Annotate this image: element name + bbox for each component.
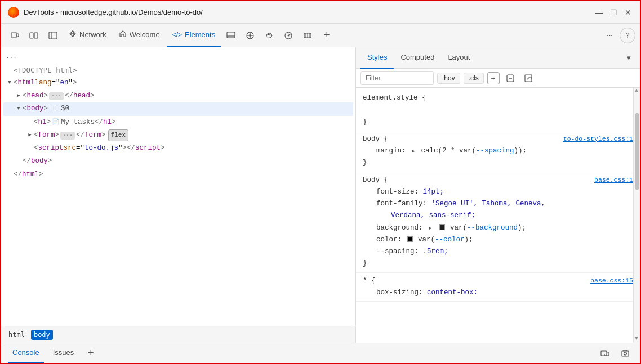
scroll-up-arrow[interactable]: ▲ xyxy=(633,88,640,95)
tab-network[interactable]: Network xyxy=(63,24,112,47)
css-selector-body2: body { xyxy=(363,176,388,184)
svg-rect-26 xyxy=(622,351,629,356)
doctype-text: <!DOCTYPE html> xyxy=(14,64,77,76)
head-expand[interactable] xyxy=(15,92,23,100)
filter-input[interactable] xyxy=(360,71,434,85)
tab-welcome-label: Welcome xyxy=(130,30,160,39)
svg-point-27 xyxy=(624,352,627,355)
tab-issues[interactable]: Issues xyxy=(48,343,79,363)
element-style-link[interactable] xyxy=(521,71,536,86)
sidebar-toggle-button[interactable] xyxy=(44,26,62,44)
form-dots[interactable]: ··· xyxy=(60,132,75,140)
inspect-panels-button[interactable] xyxy=(25,26,43,44)
dom-dots-menu: ··· xyxy=(3,52,353,64)
color-swatch[interactable] xyxy=(407,236,413,242)
hov-button[interactable]: :hov xyxy=(437,73,460,84)
flex-badge: flex xyxy=(108,129,128,141)
performance-button[interactable] xyxy=(279,26,297,44)
head-dots[interactable]: ··· xyxy=(49,92,64,100)
dom-line-script: <script src="to-do.js" ></script> xyxy=(3,142,353,155)
svg-point-17 xyxy=(288,34,290,36)
css-rule-body-base: body { base.css:1 font-size: 14pt; font-… xyxy=(356,172,640,273)
maximize-button[interactable]: ☐ xyxy=(608,7,618,17)
dom-line-body[interactable]: <body> == $0 xyxy=(3,102,353,115)
dom-overflow-menu[interactable]: ··· xyxy=(6,52,17,63)
elements-icon: </> xyxy=(172,31,182,39)
svg-rect-25 xyxy=(601,351,607,356)
cls-button[interactable]: .cls xyxy=(464,73,484,84)
styles-tabs: Styles Computed Layout ▾ xyxy=(356,47,640,69)
dom-line-html-close: </html> xyxy=(3,168,353,181)
edge-icon xyxy=(8,7,19,18)
tab-layout[interactable]: Layout xyxy=(441,47,477,69)
css-selector-star: * { xyxy=(363,277,376,285)
scroll-down-arrow[interactable]: ▼ xyxy=(633,336,640,343)
add-panel-button[interactable]: + xyxy=(318,26,336,44)
minimize-button[interactable]: — xyxy=(594,7,604,17)
css-source-base15[interactable]: base.css:15 xyxy=(590,275,633,286)
dom-line-body-close: </body> xyxy=(3,155,353,168)
background-swatch[interactable] xyxy=(439,224,445,230)
h1-icon: 📄 xyxy=(52,117,60,128)
svg-point-11 xyxy=(249,34,251,37)
scrollbar-thumb[interactable] xyxy=(635,113,639,190)
tab-network-label: Network xyxy=(79,30,106,39)
bottom-bar: Console Issues + xyxy=(1,343,640,363)
css-selector-body1: body { xyxy=(363,135,388,143)
more-tools-button[interactable]: ··· xyxy=(600,26,618,44)
devtools-window: DevTools - microsoftedge.github.io/Demos… xyxy=(0,0,641,364)
console-drawer-button[interactable] xyxy=(222,26,240,44)
add-style-rule-button[interactable]: + xyxy=(487,72,500,84)
dom-line-form: <form> ··· </form> flex xyxy=(3,129,353,142)
welcome-icon xyxy=(119,30,127,39)
window-controls: — ☐ ✕ xyxy=(594,7,633,17)
help-button[interactable]: ? xyxy=(620,28,635,43)
body-expand[interactable] xyxy=(15,105,23,113)
add-tab-button[interactable]: + xyxy=(83,345,99,361)
toggle-all-checkbox[interactable] xyxy=(503,71,518,86)
styles-dropdown[interactable]: ▾ xyxy=(622,51,635,65)
dom-line-html: <html lang="en" > xyxy=(3,77,353,89)
devtools-toolbar: Network Welcome </> Elements + xyxy=(1,24,640,47)
css-source-base1[interactable]: base.css:1 xyxy=(594,174,633,186)
svg-rect-0 xyxy=(11,33,17,37)
window-title: DevTools - microsoftedge.github.io/Demos… xyxy=(24,8,594,16)
html-expand[interactable] xyxy=(6,79,14,87)
background-triangle[interactable]: ▶ xyxy=(427,224,434,233)
scrollbar-track[interactable]: ▲ ▼ xyxy=(633,88,640,343)
breadcrumb-bar: html body xyxy=(1,326,355,343)
css-rules: element.style { } body { to-do-styles.cs… xyxy=(356,88,640,343)
screenshot-button[interactable] xyxy=(617,345,633,361)
network2-button[interactable] xyxy=(260,26,278,44)
breadcrumb-body[interactable]: body xyxy=(31,330,53,340)
undock-button[interactable] xyxy=(597,345,613,361)
tab-welcome[interactable]: Welcome xyxy=(113,24,166,47)
breadcrumb-html[interactable]: html xyxy=(6,330,28,340)
filter-bar: :hov .cls + xyxy=(356,69,640,88)
form-expand[interactable] xyxy=(26,132,34,140)
svg-rect-3 xyxy=(34,33,38,38)
title-bar: DevTools - microsoftedge.github.io/Demos… xyxy=(1,1,640,24)
css-source-todo[interactable]: to-do-styles.css:1 xyxy=(563,133,633,145)
tab-computed[interactable]: Computed xyxy=(394,47,441,69)
device-emulation-button[interactable] xyxy=(6,26,24,44)
memory-button[interactable] xyxy=(299,26,317,44)
svg-rect-4 xyxy=(49,32,57,39)
sources-button[interactable] xyxy=(241,26,259,44)
tab-elements[interactable]: </> Elements xyxy=(167,24,221,47)
close-button[interactable]: ✕ xyxy=(623,7,633,17)
svg-rect-2 xyxy=(30,33,33,38)
tab-console[interactable]: Console xyxy=(8,343,44,363)
dom-tree[interactable]: ··· <!DOCTYPE html> <html lang="en" > xyxy=(1,47,355,326)
svg-rect-1 xyxy=(17,34,19,37)
margin-triangle[interactable]: ▶ xyxy=(410,147,417,156)
dom-line-head: <head> ··· </head> xyxy=(3,89,353,102)
css-rule-star: * { base.css:15 box-sizing: content-box: xyxy=(356,273,640,302)
dom-line-h1: <h1> 📄 My tasks </h1> xyxy=(3,116,353,129)
css-selector-element-style: element.style { xyxy=(363,94,426,102)
network-icon xyxy=(69,30,77,39)
main-area: ··· <!DOCTYPE html> <html lang="en" > xyxy=(1,47,640,343)
tab-styles[interactable]: Styles xyxy=(360,47,394,69)
styles-panel: Styles Computed Layout ▾ :hov .cls + xyxy=(356,47,640,343)
svg-rect-8 xyxy=(227,32,235,38)
